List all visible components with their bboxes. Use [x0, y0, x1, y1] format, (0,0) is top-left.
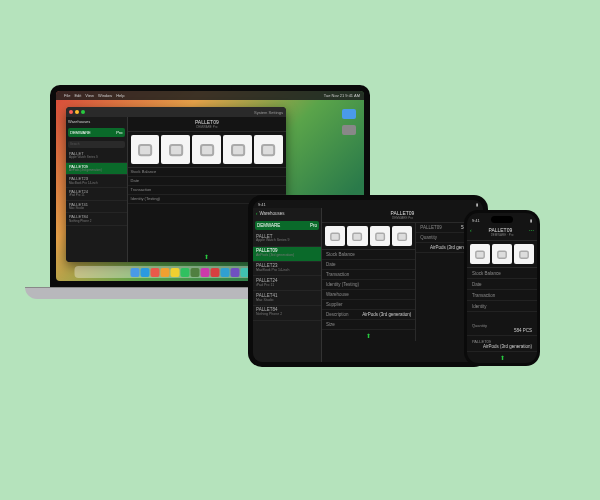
- thumbnail[interactable]: [131, 135, 160, 164]
- dock-app-icon[interactable]: [161, 268, 170, 277]
- list-item[interactable]: PALLET41Mac Studio: [66, 201, 127, 214]
- warehouse-badge[interactable]: DEMWAREPro: [68, 128, 125, 137]
- field-row: Transaction: [467, 290, 537, 301]
- thumbnail[interactable]: [492, 244, 512, 264]
- thumbnail[interactable]: [370, 226, 390, 246]
- field-row: Date: [467, 279, 537, 290]
- battery-icon: ▮: [476, 202, 478, 207]
- dock-app-icon[interactable]: [151, 268, 160, 277]
- list-item[interactable]: PALLET24iPad Pro 11: [253, 276, 321, 291]
- svg-rect-10: [498, 251, 506, 258]
- field-row: Stock Balance: [467, 268, 537, 279]
- upload-icon[interactable]: ⬆: [467, 352, 537, 363]
- thumbnail[interactable]: [192, 135, 221, 164]
- thumbnail[interactable]: [325, 226, 345, 246]
- detail-panel: PALLET09 DEMWARE Pro Stock Balance: [322, 208, 483, 362]
- window-title: System Settings: [254, 110, 283, 115]
- menu-item[interactable]: Window: [98, 93, 112, 98]
- list-item[interactable]: PALLET84Nothing Phone 2: [253, 306, 321, 321]
- list-item[interactable]: PALLET84Nothing Phone 2: [66, 213, 127, 226]
- svg-rect-6: [353, 233, 362, 240]
- svg-rect-11: [520, 251, 528, 258]
- dock-app-icon[interactable]: [181, 268, 190, 277]
- desktop-drive-icon[interactable]: [342, 125, 356, 135]
- dock-app-icon[interactable]: [171, 268, 180, 277]
- status-time: 9:41: [472, 218, 480, 223]
- thumbnail[interactable]: [254, 135, 283, 164]
- status-time: 9:41: [258, 202, 266, 207]
- field-row: Transaction: [322, 270, 415, 280]
- thumbnail[interactable]: [514, 244, 534, 264]
- dock-app-icon[interactable]: [201, 268, 210, 277]
- thumbnail[interactable]: [347, 226, 367, 246]
- menu-item[interactable]: Help: [116, 93, 124, 98]
- zoom-icon[interactable]: [81, 110, 85, 114]
- field-row: Supplier: [322, 300, 415, 310]
- more-icon[interactable]: ⋯: [529, 227, 534, 233]
- list-item[interactable]: PALLETApple Watch Series 9: [253, 232, 321, 247]
- quantity-field: Quantity 584 PCS: [467, 320, 537, 336]
- dock-app-icon[interactable]: [131, 268, 140, 277]
- sidebar: ‹ Warehouses DEMWAREPro PALLETApple Watc…: [253, 208, 322, 362]
- list-item[interactable]: PALLET24iPad Pro 11: [66, 188, 127, 201]
- svg-rect-3: [232, 145, 244, 155]
- sidebar-title: Warehouses: [68, 119, 90, 124]
- list-item[interactable]: PALLET09AirPods (3rd generation): [253, 247, 321, 262]
- svg-rect-0: [139, 145, 151, 155]
- description-field: PALLET09 AirPods (3rd generation): [467, 336, 537, 352]
- mac-menubar: File Edit View Window Help Tue Nov 21 9:…: [56, 91, 364, 100]
- list-item[interactable]: PALLET23MacBook Pro 14-inch: [66, 175, 127, 188]
- image-thumbnails: [322, 223, 415, 250]
- dock-app-icon[interactable]: [191, 268, 200, 277]
- detail-header: PALLET09 DEMWARE Pro: [322, 208, 483, 223]
- back-icon[interactable]: ‹: [256, 211, 258, 216]
- image-thumbnails: [467, 241, 537, 268]
- dynamic-island: [491, 216, 513, 223]
- svg-rect-7: [376, 233, 385, 240]
- thumbnail[interactable]: [392, 226, 412, 246]
- thumbnail[interactable]: [223, 135, 252, 164]
- field-row: Transaction: [128, 186, 286, 195]
- sidebar: Warehouses DEMWAREPro Search PALLETApple…: [66, 117, 128, 262]
- desktop-folder-icon[interactable]: [342, 109, 356, 119]
- ipad-statusbar: 9:41 ▮: [253, 200, 483, 208]
- warehouse-badge[interactable]: DEMWAREPro: [255, 221, 319, 230]
- svg-rect-4: [262, 145, 274, 155]
- dock-app-icon[interactable]: [221, 268, 230, 277]
- field-row: Stock Balance: [322, 250, 415, 260]
- menubar-clock: Tue Nov 21 9:41 AM: [324, 93, 360, 98]
- list-item[interactable]: PALLET41Mac Studio: [253, 291, 321, 306]
- field-row: Identity (Testing): [322, 280, 415, 290]
- sidebar-title: Warehouses: [260, 211, 285, 216]
- svg-rect-8: [398, 233, 407, 240]
- field-row: Warehouse: [322, 290, 415, 300]
- minimize-icon[interactable]: [75, 110, 79, 114]
- menu-item[interactable]: Edit: [74, 93, 81, 98]
- image-thumbnails: [128, 132, 286, 168]
- field-row: Size: [322, 320, 415, 330]
- thumbnail[interactable]: [470, 244, 490, 264]
- iphone-device: 9:41 ▮ ‹ PALLET09 ⋯ DEMWARE · Pro: [464, 210, 540, 366]
- field-row: Identity: [467, 301, 537, 312]
- menu-item[interactable]: File: [64, 93, 70, 98]
- search-input[interactable]: Search: [68, 141, 125, 148]
- detail-header: PALLET09 DEMWARE Pro: [128, 117, 286, 132]
- dock-app-icon[interactable]: [141, 268, 150, 277]
- list-item[interactable]: PALLETApple Watch Series 9: [66, 150, 127, 163]
- thumbnail[interactable]: [161, 135, 190, 164]
- battery-icon: ▮: [530, 218, 532, 223]
- svg-rect-9: [476, 251, 484, 258]
- window-titlebar: System Settings: [66, 107, 286, 117]
- svg-rect-2: [201, 145, 213, 155]
- menu-item[interactable]: View: [85, 93, 94, 98]
- dock-app-icon[interactable]: [211, 268, 220, 277]
- list-item[interactable]: PALLET23MacBook Pro 14-inch: [253, 262, 321, 277]
- list-item[interactable]: PALLET09AirPods (3rd generation): [66, 163, 127, 176]
- upload-icon[interactable]: ⬆: [322, 330, 415, 341]
- close-icon[interactable]: [69, 110, 73, 114]
- field-row: Stock Balance: [128, 168, 286, 177]
- svg-rect-5: [331, 233, 340, 240]
- field-row: Date: [322, 260, 415, 270]
- svg-rect-1: [170, 145, 182, 155]
- dock-app-icon[interactable]: [231, 268, 240, 277]
